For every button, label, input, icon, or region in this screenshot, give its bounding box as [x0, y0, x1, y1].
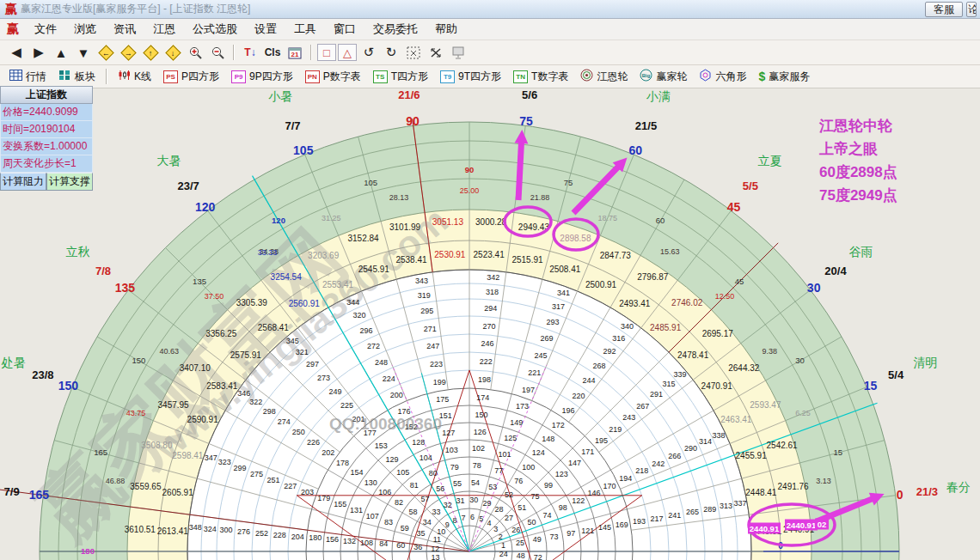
rotate-cw-icon[interactable]: ↻	[381, 43, 401, 62]
svg-text:149: 149	[510, 418, 523, 427]
svg-text:2583.41: 2583.41	[206, 381, 238, 391]
menu-交易委托[interactable]: 交易委托	[364, 19, 426, 40]
t-down-icon[interactable]: T↓	[240, 43, 260, 62]
zoom-out-icon[interactable]	[207, 43, 228, 62]
menu-设置[interactable]: 设置	[246, 19, 285, 40]
step-right-icon[interactable]: →	[118, 43, 138, 62]
svg-text:269: 269	[541, 334, 554, 343]
module-hexagon[interactable]: 六角形	[693, 67, 752, 86]
calendar-icon[interactable]: 21	[285, 43, 305, 62]
panel-field-3[interactable]: 周天变化步长=1	[0, 155, 93, 173]
svg-text:150: 150	[132, 356, 146, 365]
svg-text:15.63: 15.63	[660, 247, 680, 256]
square-tool-icon[interactable]: □	[317, 44, 336, 61]
down-icon[interactable]: ▼	[73, 43, 94, 62]
svg-text:12.50: 12.50	[715, 292, 735, 301]
panel-field-0[interactable]: 价格=2440.9099	[0, 104, 93, 121]
svg-text:198: 198	[478, 375, 491, 384]
svg-text:2605.91: 2605.91	[162, 488, 194, 497]
menu-文件[interactable]: 文件	[26, 19, 65, 40]
svg-text:28.13: 28.13	[389, 193, 409, 202]
svg-text:218: 218	[635, 466, 648, 475]
svg-text:35: 35	[417, 529, 426, 538]
menu-窗口[interactable]: 窗口	[325, 19, 364, 40]
svg-text:102: 102	[472, 444, 485, 453]
module-winner-wheel[interactable]: Big赢家轮	[634, 67, 693, 86]
svg-text:199: 199	[433, 378, 446, 387]
menu-公式选股[interactable]: 公式选股	[184, 19, 246, 40]
menu-工具[interactable]: 工具	[285, 19, 325, 40]
svg-text:292: 292	[603, 347, 616, 356]
svg-text:120: 120	[195, 200, 216, 214]
t9-square-icon: T9	[440, 70, 455, 83]
module-t9-square[interactable]: T99T四方形	[434, 67, 507, 86]
svg-text:73: 73	[549, 533, 558, 541]
panel-field-2[interactable]: 变换系数=1.00000	[0, 138, 93, 155]
module-label: K线	[134, 70, 151, 84]
module-label: P数字表	[323, 70, 361, 84]
module-p-table[interactable]: PNP数字表	[299, 67, 367, 86]
up-icon[interactable]: ▲	[51, 43, 71, 62]
module-p9-square[interactable]: P99P四方形	[225, 67, 299, 86]
svg-text:165: 165	[94, 447, 107, 457]
svg-text:106: 106	[378, 488, 391, 496]
svg-text:289: 289	[703, 505, 716, 514]
step-down-icon[interactable]: ↓	[162, 43, 183, 62]
triangle-tool-icon[interactable]: △	[338, 44, 357, 61]
svg-text:252: 252	[255, 529, 268, 538]
svg-text:小满: 小满	[646, 89, 671, 103]
module-winner-service[interactable]: $赢家服务	[752, 67, 816, 86]
svg-text:135: 135	[115, 281, 136, 295]
svg-text:40.63: 40.63	[160, 347, 180, 356]
zoom-in-icon[interactable]	[185, 43, 205, 62]
svg-text:29: 29	[483, 499, 492, 508]
svg-text:179: 179	[317, 494, 330, 502]
svg-text:53: 53	[488, 483, 497, 491]
panel-field-1[interactable]: 时间=20190104	[0, 121, 93, 138]
svg-text:小暑: 小暑	[268, 89, 292, 103]
module-sectors[interactable]: 板块	[52, 67, 101, 86]
svg-text:15: 15	[834, 447, 843, 457]
svg-text:25: 25	[516, 539, 524, 547]
menu-浏览[interactable]: 浏览	[65, 19, 105, 40]
svg-text:2500.91: 2500.91	[585, 280, 617, 289]
rotate-ccw-icon[interactable]: ↺	[358, 43, 379, 62]
svg-text:103: 103	[445, 446, 458, 454]
svg-text:291: 291	[650, 390, 663, 399]
next-icon[interactable]: ▶	[28, 43, 49, 62]
svg-text:321: 321	[296, 348, 309, 356]
module-t-table[interactable]: TNT数字表	[507, 67, 574, 86]
module-kline[interactable]: K线	[112, 67, 157, 86]
svg-text:3610.51: 3610.51	[125, 525, 156, 534]
calc-resistance-button[interactable]: 计算阻力	[0, 173, 46, 191]
marquee-icon[interactable]	[403, 43, 424, 62]
step-left-icon[interactable]: ←	[95, 43, 116, 62]
board-icon[interactable]	[448, 43, 469, 62]
module-label: 行情	[26, 70, 46, 84]
svg-text:78: 78	[473, 461, 481, 470]
module-gann-wheel[interactable]: 江恩轮	[574, 67, 634, 86]
cls-icon[interactable]: Cls	[262, 43, 283, 62]
collapse-icon[interactable]	[426, 43, 446, 62]
menu-帮助[interactable]: 帮助	[426, 19, 466, 40]
svg-text:QQ:100800360: QQ:100800360	[329, 415, 442, 433]
svg-text:227: 227	[284, 482, 297, 490]
partial-forum-button[interactable]: 论	[966, 2, 977, 17]
calc-support-button[interactable]: 计算支撑	[46, 173, 93, 191]
step-up-icon[interactable]: ↑	[140, 43, 161, 62]
module-quotes[interactable]: 行情	[3, 67, 52, 86]
toolbar-separator	[106, 69, 107, 84]
svg-text:60度2898点: 60度2898点	[819, 163, 897, 180]
prev-icon[interactable]: ◀	[6, 43, 27, 62]
svg-text:135: 135	[193, 277, 206, 286]
menu-资讯[interactable]: 资讯	[105, 19, 144, 40]
svg-text:2463.41: 2463.41	[720, 415, 752, 424]
svg-text:23/7: 23/7	[177, 180, 199, 192]
menu-江恩[interactable]: 江恩	[144, 19, 184, 40]
svg-text:105: 105	[396, 468, 409, 477]
winner-service-icon: $	[758, 70, 765, 83]
customer-service-button[interactable]: 客服	[925, 2, 963, 17]
module-t-square[interactable]: TST四方形	[367, 67, 434, 86]
module-p-square[interactable]: PSP四方形	[157, 67, 225, 86]
svg-text:322: 322	[249, 398, 262, 406]
